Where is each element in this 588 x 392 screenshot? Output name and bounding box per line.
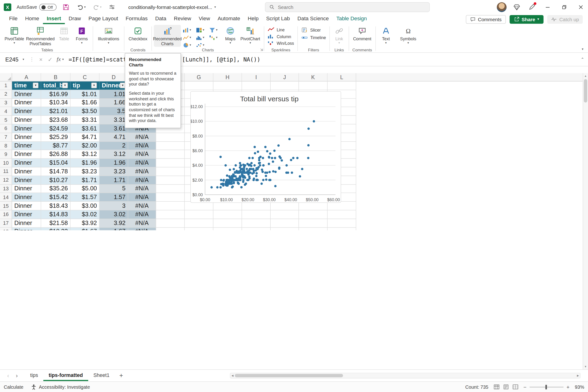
cell-C9[interactable]: $3.12 [70, 150, 100, 158]
cell-I18[interactable] [242, 228, 271, 230]
cell-E10[interactable]: #N/A [128, 159, 156, 167]
funnel-chart-button[interactable]: ▾ [208, 27, 221, 33]
column-chart-button[interactable]: ▾ [182, 27, 194, 33]
cell-D13[interactable]: 5 [100, 184, 128, 193]
cell-A8[interactable]: Dinner [12, 142, 41, 150]
cell-B15[interactable]: $18.43 [41, 202, 70, 210]
scroll-left-arrow[interactable]: ◀ [231, 374, 234, 377]
cell-B3[interactable]: $10.34 [41, 99, 70, 107]
cell-K18[interactable] [299, 228, 328, 230]
cell-B5[interactable]: $23.68 [41, 116, 70, 124]
cell-D12[interactable]: 1.71 [100, 176, 128, 184]
cell-L18[interactable] [328, 228, 356, 230]
cell-I16[interactable] [242, 210, 271, 219]
cell-A5[interactable]: Dinner [12, 116, 41, 124]
cell-G17[interactable] [185, 219, 214, 227]
cell-A17[interactable]: Dinner [12, 219, 41, 227]
cell-F12[interactable] [156, 176, 185, 184]
tab-review[interactable]: Review [170, 14, 195, 24]
cell-A9[interactable]: Dinner [12, 150, 41, 158]
table-button[interactable]: Table [55, 25, 73, 42]
cell-D16[interactable]: 3.02 [100, 210, 128, 219]
expand-formula-bar-button[interactable]: ⌃ [581, 57, 584, 62]
cell-A6[interactable]: Dinner [12, 124, 41, 133]
search-input[interactable] [278, 4, 426, 10]
cell-E17[interactable]: #N/A [128, 219, 156, 227]
cell-B8[interactable]: $8.77 [41, 142, 70, 150]
scatter-chart-object[interactable]: $0.00$2.00$4.00$6.00$8.00$10.00$12.00$0.… [190, 91, 341, 203]
cell-I17[interactable] [242, 219, 271, 227]
cell-C13[interactable]: $5.00 [70, 184, 100, 193]
charts-dialog-launcher[interactable]: ⇲ [260, 48, 263, 52]
cancel-entry-button[interactable]: × [36, 56, 45, 62]
sparkline-column-button[interactable]: Column [266, 34, 296, 39]
cell-A16[interactable]: Dinner [12, 210, 41, 219]
cell-E13[interactable]: #N/A [128, 184, 156, 193]
cell-D5[interactable]: 3.31 [100, 116, 128, 124]
histogram-chart-button[interactable]: ▾ [195, 35, 208, 41]
cell-A15[interactable]: Dinner [12, 202, 41, 210]
cell-A7[interactable]: Dinner [12, 133, 41, 141]
cell-D10[interactable]: 1.96 [100, 159, 128, 167]
recommended-charts-button[interactable]: ? Recommended Charts [154, 25, 181, 47]
tab-automate[interactable]: Automate [214, 14, 244, 24]
tab-table-design[interactable]: Table Design [333, 14, 371, 24]
cell-G16[interactable] [185, 210, 214, 219]
cell-E15[interactable]: #N/A [128, 202, 156, 210]
cell-K17[interactable] [299, 219, 328, 227]
cell-D1[interactable]: Dinner▾ [100, 82, 128, 90]
link-button[interactable]: Link ▾ [332, 25, 347, 45]
cell-A12[interactable]: Dinner [12, 176, 41, 184]
search-box[interactable] [265, 2, 430, 12]
cell-B13[interactable]: $35.26 [41, 184, 70, 193]
row-header-10[interactable]: 10 [0, 159, 12, 167]
sparkline-winloss-button[interactable]: Win/Loss [266, 40, 296, 46]
cell-A14[interactable]: Dinner [12, 193, 41, 202]
cell-C5[interactable]: $3.31 [70, 116, 100, 124]
close-button[interactable] [575, 2, 586, 13]
cell-D17[interactable]: 3.92 [100, 219, 128, 227]
catch-up-button[interactable]: Catch up [547, 15, 582, 24]
scroll-down-arrow[interactable]: ▼ [584, 365, 587, 368]
cell-A4[interactable]: Dinner [12, 107, 41, 116]
cell-E11[interactable]: #N/A [128, 167, 156, 176]
cell-E14[interactable]: #N/A [128, 193, 156, 202]
tab-draw[interactable]: Draw [65, 14, 84, 24]
vertical-scroll-thumb[interactable] [584, 79, 587, 102]
cell-A3[interactable]: Dinner [12, 99, 41, 107]
cell-E9[interactable]: #N/A [128, 150, 156, 158]
formula-text-right[interactable]: [Lunch]], [@tip], NA()) [182, 56, 260, 63]
cell-F17[interactable] [156, 219, 185, 227]
share-button[interactable]: Share ▾ [510, 15, 544, 24]
cell-B7[interactable]: $25.29 [41, 133, 70, 141]
cell-C4[interactable]: $3.50 [70, 107, 100, 116]
user-avatar[interactable] [497, 2, 507, 12]
sheet-tab-tips[interactable]: tips [25, 370, 43, 381]
zoom-slider[interactable] [530, 386, 564, 387]
cell-B12[interactable]: $10.27 [41, 176, 70, 184]
column-header-L[interactable]: L [328, 73, 356, 81]
add-sheet-button[interactable]: + [115, 372, 128, 379]
row-header-6[interactable]: 6 [0, 124, 12, 133]
cell-B11[interactable]: $14.78 [41, 167, 70, 176]
line-chart-button[interactable]: ▾ [182, 35, 194, 41]
tab-view[interactable]: View [195, 14, 214, 24]
cell-B17[interactable]: $21.58 [41, 219, 70, 227]
cell-J17[interactable] [271, 219, 299, 227]
zoom-in-button[interactable]: + [566, 384, 570, 390]
row-header-18[interactable]: 18 [0, 228, 12, 230]
cell-A18[interactable]: Dinner [12, 228, 41, 230]
sheet-tab-tips-formatted[interactable]: tips-formatted [43, 370, 88, 381]
horizontal-scroll-thumb[interactable] [235, 374, 343, 377]
illustrations-button[interactable]: Illustrations ▾ [95, 25, 122, 45]
cell-J16[interactable] [271, 210, 299, 219]
undo-button[interactable]: ▾ [76, 2, 87, 12]
tab-page-layout[interactable]: Page Layout [85, 14, 122, 24]
cell-F14[interactable] [156, 193, 185, 202]
page-break-view-icon[interactable] [512, 384, 518, 390]
cell-J1[interactable] [271, 82, 299, 90]
cell-C8[interactable]: $2.00 [70, 142, 100, 150]
row-header-4[interactable]: 4 [0, 107, 12, 116]
cell-F11[interactable] [156, 167, 185, 176]
cell-F18[interactable] [156, 228, 185, 230]
